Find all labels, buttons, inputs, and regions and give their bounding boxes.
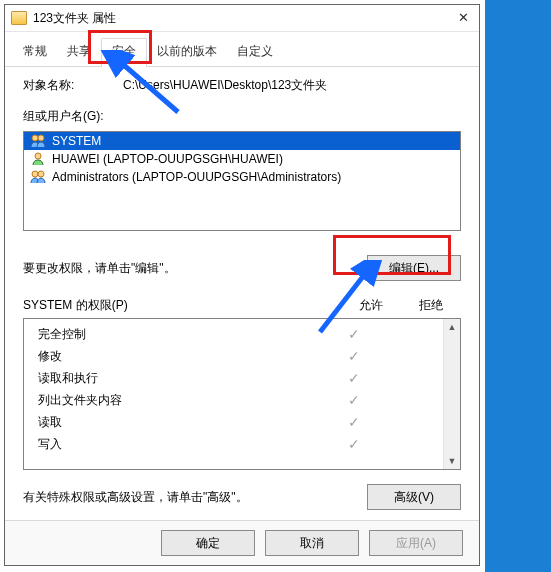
list-item-label: HUAWEI (LAPTOP-OUUPGSGH\HUAWEI) bbox=[52, 152, 283, 166]
list-item-label: SYSTEM bbox=[52, 134, 101, 148]
groups-label: 组或用户名(G): bbox=[23, 108, 461, 125]
allow-check-icon: ✓ bbox=[324, 326, 384, 342]
edit-row: 要更改权限，请单击"编辑"。 编辑(E)... bbox=[23, 255, 461, 281]
object-name-row: 对象名称: C:\Users\HUAWEI\Desktop\123文件夹 bbox=[23, 77, 461, 94]
ok-button[interactable]: 确定 bbox=[161, 530, 255, 556]
tab-customize[interactable]: 自定义 bbox=[227, 39, 283, 66]
allow-check-icon: ✓ bbox=[324, 436, 384, 452]
titlebar: 123文件夹 属性 ✕ bbox=[5, 5, 479, 32]
deny-header: 拒绝 bbox=[401, 297, 461, 314]
allow-check-icon: ✓ bbox=[324, 370, 384, 386]
tab-security[interactable]: 安全 bbox=[101, 38, 147, 67]
allow-check-icon: ✓ bbox=[324, 348, 384, 364]
edit-button[interactable]: 编辑(E)... bbox=[367, 255, 461, 281]
edit-hint: 要更改权限，请单击"编辑"。 bbox=[23, 260, 176, 277]
permission-name: 写入 bbox=[38, 436, 324, 453]
permission-row: 修改✓ bbox=[24, 345, 444, 367]
svg-point-1 bbox=[38, 135, 44, 141]
permission-row: 读取和执行✓ bbox=[24, 367, 444, 389]
list-item[interactable]: HUAWEI (LAPTOP-OUUPGSGH\HUAWEI) bbox=[24, 150, 460, 168]
permission-row: 写入✓ bbox=[24, 433, 444, 455]
tab-general[interactable]: 常规 bbox=[13, 39, 57, 66]
desktop-background bbox=[485, 0, 551, 572]
groups-listbox[interactable]: SYSTEM HUAWEI (LAPTOP-OUUPGSGH\HUAWEI) A… bbox=[23, 131, 461, 231]
users-icon bbox=[30, 170, 46, 184]
permissions-header: SYSTEM 的权限(P) 允许 拒绝 bbox=[23, 297, 461, 314]
advanced-button[interactable]: 高级(V) bbox=[367, 484, 461, 510]
advanced-row: 有关特殊权限或高级设置，请单击"高级"。 高级(V) bbox=[23, 484, 461, 510]
permission-name: 修改 bbox=[38, 348, 324, 365]
object-name-value: C:\Users\HUAWEI\Desktop\123文件夹 bbox=[123, 77, 461, 94]
list-item-label: Administrators (LAPTOP-OUUPGSGH\Administ… bbox=[52, 170, 341, 184]
allow-check-icon: ✓ bbox=[324, 414, 384, 430]
scrollbar[interactable]: ▲ ▼ bbox=[443, 319, 460, 469]
permissions-body: 完全控制✓修改✓读取和执行✓列出文件夹内容✓读取✓写入✓ bbox=[24, 319, 444, 469]
permission-row: 列出文件夹内容✓ bbox=[24, 389, 444, 411]
svg-point-4 bbox=[38, 171, 44, 177]
allow-check-icon: ✓ bbox=[324, 392, 384, 408]
scroll-up-icon[interactable]: ▲ bbox=[444, 319, 460, 335]
allow-header: 允许 bbox=[341, 297, 401, 314]
list-item[interactable]: Administrators (LAPTOP-OUUPGSGH\Administ… bbox=[24, 168, 460, 186]
svg-point-0 bbox=[32, 135, 38, 141]
permission-row: 完全控制✓ bbox=[24, 323, 444, 345]
tab-content: 对象名称: C:\Users\HUAWEI\Desktop\123文件夹 组或用… bbox=[5, 67, 479, 510]
scroll-down-icon[interactable]: ▼ bbox=[444, 453, 460, 469]
tab-previous-versions[interactable]: 以前的版本 bbox=[147, 39, 227, 66]
list-item[interactable]: SYSTEM bbox=[24, 132, 460, 150]
permission-name: 列出文件夹内容 bbox=[38, 392, 324, 409]
screen: 123文件夹 属性 ✕ 常规 共享 安全 以前的版本 自定义 对象名称: C:\… bbox=[0, 0, 551, 572]
tab-strip: 常规 共享 安全 以前的版本 自定义 bbox=[5, 32, 479, 67]
apply-button[interactable]: 应用(A) bbox=[369, 530, 463, 556]
tab-sharing[interactable]: 共享 bbox=[57, 39, 101, 66]
permission-row: 读取✓ bbox=[24, 411, 444, 433]
permissions-listbox: 完全控制✓修改✓读取和执行✓列出文件夹内容✓读取✓写入✓ ▲ ▼ bbox=[23, 318, 461, 470]
users-icon bbox=[30, 134, 46, 148]
permission-name: 完全控制 bbox=[38, 326, 324, 343]
folder-icon bbox=[11, 11, 27, 25]
dialog-footer: 确定 取消 应用(A) bbox=[5, 520, 479, 565]
svg-point-2 bbox=[35, 153, 41, 159]
permission-name: 读取和执行 bbox=[38, 370, 324, 387]
user-icon bbox=[30, 152, 46, 166]
permission-name: 读取 bbox=[38, 414, 324, 431]
close-icon[interactable]: ✕ bbox=[454, 10, 473, 26]
advanced-hint: 有关特殊权限或高级设置，请单击"高级"。 bbox=[23, 489, 248, 506]
window-title: 123文件夹 属性 bbox=[33, 10, 454, 27]
svg-point-3 bbox=[32, 171, 38, 177]
object-name-label: 对象名称: bbox=[23, 77, 123, 94]
properties-dialog: 123文件夹 属性 ✕ 常规 共享 安全 以前的版本 自定义 对象名称: C:\… bbox=[4, 4, 480, 566]
cancel-button[interactable]: 取消 bbox=[265, 530, 359, 556]
permissions-title: SYSTEM 的权限(P) bbox=[23, 297, 341, 314]
